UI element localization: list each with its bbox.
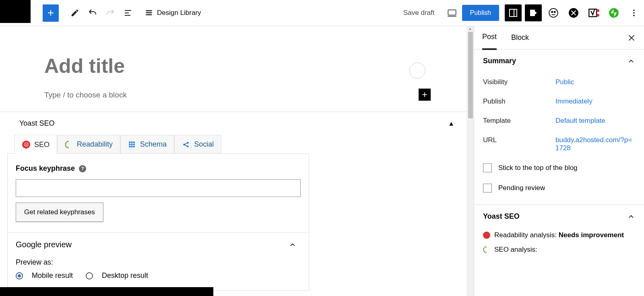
mobile-result-radio[interactable] xyxy=(16,272,23,279)
loading-icon xyxy=(65,141,73,149)
svg-line-37 xyxy=(185,143,187,144)
yoast-tab-readability[interactable]: Readability xyxy=(57,135,120,154)
publish-row: Publish Immediately xyxy=(474,92,644,111)
svg-point-14 xyxy=(554,11,555,12)
focus-keyphrase-label: Focus keyphrase xyxy=(16,164,75,173)
block-placeholder-text[interactable]: Type / to choose a block xyxy=(44,91,429,99)
yoast-sidebar-header[interactable]: Yoast SEO xyxy=(474,205,644,228)
svg-point-18 xyxy=(597,14,599,17)
svg-rect-26 xyxy=(131,141,133,143)
yoast-panel-header[interactable]: Yoast SEO ▲ xyxy=(0,112,474,135)
yoast-tabs: ☹ SEO Readability Schema Social xyxy=(14,135,474,154)
options-menu-button[interactable] xyxy=(625,4,642,21)
template-row: Template Default template xyxy=(474,111,644,130)
featured-circle[interactable] xyxy=(409,62,425,79)
top-toolbar: Design Library Save draft Publish xyxy=(0,0,644,26)
add-block-button[interactable] xyxy=(43,4,59,22)
inline-add-block-button[interactable] xyxy=(419,89,431,101)
svg-point-20 xyxy=(633,10,635,11)
design-library-icon xyxy=(145,9,153,17)
design-library-button[interactable]: Design Library xyxy=(145,9,201,17)
svg-point-19 xyxy=(609,8,619,18)
sidebar-tab-post[interactable]: Post xyxy=(482,26,497,50)
status-dot-red xyxy=(483,232,490,239)
yoast-tab-content: Focus keyphrase ? Get related keyphrases… xyxy=(7,153,309,291)
edit-tool-button[interactable] xyxy=(66,4,84,22)
loading-icon xyxy=(483,246,490,253)
svg-rect-29 xyxy=(131,143,133,145)
svg-rect-7 xyxy=(146,14,152,15)
settings-sidebar: Post Block Summary Visibility Public Pub… xyxy=(474,26,644,296)
document-overview-button[interactable] xyxy=(119,4,137,22)
svg-point-17 xyxy=(597,9,599,12)
stick-top-checkbox-row: Stick to the top of the blog xyxy=(474,158,644,178)
preview-as-label: Preview as: xyxy=(16,258,301,267)
svg-rect-5 xyxy=(146,10,152,11)
wp-logo[interactable] xyxy=(0,0,31,23)
svg-point-22 xyxy=(633,15,635,17)
visibility-value[interactable]: Public xyxy=(555,78,635,86)
grid-icon xyxy=(128,141,136,149)
desktop-result-label: Desktop result xyxy=(102,271,148,280)
settings-sidebar-toggle[interactable] xyxy=(505,4,522,21)
mailchimp-icon[interactable] xyxy=(545,4,562,21)
svg-line-38 xyxy=(185,145,187,146)
url-value[interactable]: buddy.a2hosted.com/?p=1728 xyxy=(555,136,635,152)
svg-point-21 xyxy=(633,12,635,14)
plugin-panel-button[interactable] xyxy=(525,4,542,21)
help-icon[interactable]: ? xyxy=(79,165,86,172)
publish-button[interactable]: Publish xyxy=(462,5,499,21)
undo-button[interactable] xyxy=(84,4,101,22)
visibility-row: Visibility Public xyxy=(474,72,644,92)
share-icon xyxy=(182,141,190,149)
close-sidebar-button[interactable] xyxy=(627,33,636,42)
sidebar-tab-block[interactable]: Block xyxy=(511,26,529,49)
chevron-up-icon xyxy=(289,241,297,249)
publish-value[interactable]: Immediately xyxy=(555,97,635,106)
yoast-icon[interactable] xyxy=(585,4,602,21)
redo-button[interactable] xyxy=(101,4,119,22)
svg-rect-33 xyxy=(133,146,135,147)
collapse-icon: ▲ xyxy=(448,120,454,127)
svg-rect-10 xyxy=(510,9,517,17)
svg-rect-27 xyxy=(133,141,135,143)
yoast-meta-box: Yoast SEO ▲ ☹ SEO Readability Schema xyxy=(0,112,474,291)
editor-column: Type / to choose a block Yoast SEO ▲ ☹ S… xyxy=(0,26,474,296)
svg-rect-25 xyxy=(129,141,131,143)
svg-point-12 xyxy=(549,8,558,17)
scrollbar-thumb[interactable] xyxy=(468,32,473,118)
editor-scrollbar[interactable] xyxy=(466,26,474,296)
save-draft-button[interactable]: Save draft xyxy=(403,9,435,17)
jetpack-icon[interactable] xyxy=(605,4,622,21)
focus-keyphrase-input[interactable] xyxy=(16,179,301,197)
bottom-black-bar xyxy=(0,287,213,296)
url-row: URL buddy.a2hosted.com/?p=1728 xyxy=(474,130,644,158)
pending-review-checkbox[interactable] xyxy=(483,184,492,193)
stick-top-checkbox[interactable] xyxy=(483,164,492,172)
yoast-tab-social[interactable]: Social xyxy=(174,135,221,154)
readability-analysis-row[interactable]: Readability analysis: Needs improvement xyxy=(474,228,644,242)
svg-point-13 xyxy=(551,11,553,12)
svg-rect-32 xyxy=(131,146,133,147)
summary-section-header[interactable]: Summary xyxy=(474,50,644,72)
seo-analysis-row[interactable]: SEO analysis: xyxy=(474,242,644,257)
svg-rect-28 xyxy=(129,143,131,145)
desktop-result-radio[interactable] xyxy=(86,272,93,279)
design-library-label: Design Library xyxy=(157,9,201,17)
svg-rect-31 xyxy=(129,146,131,147)
get-related-keyphrases-button[interactable]: Get related keyphrases xyxy=(16,203,103,222)
yoast-tab-seo[interactable]: ☹ SEO xyxy=(14,135,57,154)
google-preview-header[interactable]: Google preview xyxy=(16,240,301,249)
chevron-up-icon xyxy=(627,57,635,65)
preview-button[interactable] xyxy=(444,4,460,21)
block-plugin-icon[interactable] xyxy=(565,4,582,21)
yoast-tab-schema[interactable]: Schema xyxy=(120,135,174,154)
mobile-result-label: Mobile result xyxy=(32,271,73,280)
yoast-panel-title: Yoast SEO xyxy=(19,119,54,128)
sad-face-icon: ☹ xyxy=(22,141,30,149)
svg-rect-6 xyxy=(146,12,152,13)
svg-rect-8 xyxy=(448,10,456,15)
post-title-input[interactable] xyxy=(44,54,429,78)
template-value[interactable]: Default template xyxy=(555,117,635,125)
chevron-up-icon xyxy=(627,213,635,221)
